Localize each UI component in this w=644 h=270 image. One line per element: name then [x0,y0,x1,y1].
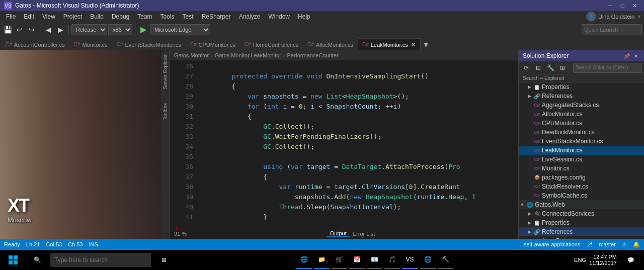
menu-debug[interactable]: Debug [108,12,133,21]
mail-btn[interactable]: 📧 [367,251,382,269]
toolbar-fwd-btn[interactable]: ▶ [55,24,66,35]
config-dropdown[interactable]: Release [71,24,107,35]
se-sync-btn[interactable]: ⟳ [521,62,532,73]
status-bar: Ready Ln 21 Col 53 Ch 53 INS self-aware-… [0,239,644,250]
music-btn[interactable]: 🎵 [384,251,400,269]
toolbar-redo-btn[interactable]: ↪ [26,24,37,35]
breadcrumb-part-3[interactable]: PerformanceCounter [287,52,339,58]
menu-window[interactable]: Window [264,12,294,21]
quick-launch-input[interactable] [582,24,642,35]
windows-icon [9,255,18,264]
line-numbers: 26 27 28 29 30 31 32 33 34 35 36 37 38 3… [176,60,196,228]
tree-properties[interactable]: ▶ 📋 Properties [519,82,644,92]
store-btn[interactable]: 🛒 [332,251,347,269]
references-folder-icon: 🔗 [533,92,541,100]
task-view-btn[interactable]: ⊞ [153,250,175,270]
menu-view[interactable]: View [38,12,59,21]
svg-rect-3 [14,260,18,264]
chevron-down-icon: ▼ [519,202,526,207]
tab-account-controller[interactable]: C# AccountController.cs [1,38,69,50]
tree-connected-services[interactable]: ▶ 🔌 Connected Services [519,209,644,218]
menu-project[interactable]: Project [59,12,86,21]
calendar-btn[interactable]: 📅 [349,251,365,269]
toolbar-save-btn[interactable]: 💾 [2,24,13,35]
menu-file[interactable]: File [2,12,20,21]
taskbar-center: 🌐 📁 🛒 📅 📧 🎵 VS 🌐 🔨 [296,251,453,269]
toolbar-sep-4 [213,25,213,34]
server-explorer-label[interactable]: Server Explorer [162,52,169,91]
svg-rect-0 [9,255,13,259]
tree-gatos-web[interactable]: ▼ 🌐 Gatos.Web [519,200,644,209]
toolbar-back-btn[interactable]: ◀ [43,24,54,35]
vs-taskbar-btn[interactable]: VS [402,251,418,269]
tree-web-properties[interactable]: ▶ 📋 Properties [519,218,644,227]
chevron-right-icon: ▶ [526,84,533,89]
tree-deadlock-monitor[interactable]: C# DeadlockMonitor.cs [519,128,644,137]
connected-services-icon: 🔌 [533,210,541,218]
tab-close-icon[interactable]: ✕ [410,41,416,48]
search-taskbar-btn[interactable]: 🔍 [26,250,48,270]
browser-dropdown[interactable]: Microsoft Edge [150,24,210,35]
error-list-tab[interactable]: Error List [350,231,378,237]
tab-leak-monitor[interactable]: C# LeakMonitor.cs ✕ [358,38,421,50]
se-search-input[interactable] [573,63,642,73]
tree-monitor[interactable]: C# Monitor.cs [519,164,644,173]
tree-web-references[interactable]: ▶ 🔗 References [519,227,644,236]
status-col: Col 53 [46,241,62,247]
web-props-icon: 📋 [533,219,541,227]
tab-home-controller[interactable]: C# HomeController.cs [240,38,303,50]
tree-references[interactable]: ▶ 🔗 References [519,92,644,101]
status-ready: Ready [4,241,20,247]
toolbox-label[interactable]: Toolbox [162,101,169,122]
se-close-btn[interactable]: ✕ [632,52,640,60]
se-props-btn[interactable]: 🔧 [545,62,556,73]
menu-resharper[interactable]: ReSharper [198,12,235,21]
tree-packages[interactable]: 📦 packages.config [519,173,644,182]
start-button[interactable] [2,250,24,270]
tab-monitor[interactable]: C# Monitor.cs [69,38,112,50]
toolbar-undo-btn[interactable]: ↩ [14,24,25,35]
tree-alloc-monitor[interactable]: C# AllocMonitor.cs [519,110,644,119]
arch-dropdown[interactable]: x86 [108,24,132,35]
breadcrumb-part-1[interactable]: Gatos.Monitor [174,52,209,58]
se-pin-btn[interactable]: 📌 [623,52,631,60]
browser-taskbar-btn[interactable]: 🌐 [420,251,436,269]
tab-event-stacks[interactable]: C# EventStacksMonitor.cs [112,38,186,50]
menu-build[interactable]: Build [86,12,108,21]
edge-btn[interactable]: 🌐 [296,251,312,269]
tree-live-session[interactable]: C# LiveSession.cs [519,155,644,164]
output-tab[interactable]: Output [327,230,350,237]
tree-stack-resolver[interactable]: C# StackResolver.cs [519,182,644,191]
main-area: XT Moscow Server Explorer Toolbox Gatos.… [0,50,644,239]
se-filter-btn[interactable]: ⊞ [557,62,568,73]
menu-help[interactable]: Help [294,12,314,21]
tree-cpu-monitor[interactable]: C# CPUMonitor.cs [519,119,644,128]
folder-btn[interactable]: 📁 [314,251,330,269]
menu-test[interactable]: Test [179,12,198,21]
build-taskbar-btn[interactable]: 🔨 [438,251,453,269]
cs-icon-stack: C# [533,183,541,191]
menu-edit[interactable]: Edit [20,12,38,21]
tab-overflow-btn[interactable]: ▼ [421,39,432,50]
tree-symbol-cache[interactable]: C# SymbolCache.cs [519,191,644,200]
notification-btn[interactable]: 💬 [620,250,642,270]
tab-bar: C# AccountController.cs C# Monitor.cs C#… [0,37,644,50]
breadcrumb-part-2[interactable]: Gatos.Monitor.LeakMonitor [215,52,281,58]
git-icon: ⎇ [586,241,593,248]
tree-aggregated-stacks[interactable]: C# AggregatedStacks.cs [519,101,644,110]
close-button[interactable]: ✕ [629,0,640,11]
person-icon: 👤 [586,12,596,22]
menu-analyze[interactable]: Analyze [235,12,265,21]
menu-team[interactable]: Team [133,12,156,21]
taskbar-search-input[interactable] [50,253,151,267]
tree-event-stacks[interactable]: C# EventStacksMonitor.cs [519,137,644,146]
maximize-button[interactable]: □ [617,0,628,11]
minimize-button[interactable]: ─ [605,0,616,11]
tree-leak-monitor[interactable]: C# LeakMonitor.cs [519,146,644,155]
tab-cpu-monitor[interactable]: C# CPUMonitor.cs [186,38,240,50]
tab-alloc-monitor[interactable]: C# AllocMonitor.cs [303,38,358,50]
se-collapse-btn[interactable]: ⊟ [533,62,544,73]
code-content[interactable]: protected override void OnIntensiveSampl… [196,60,518,228]
menu-tools[interactable]: Tools [156,12,179,21]
start-btn[interactable]: ▶ [138,24,149,35]
